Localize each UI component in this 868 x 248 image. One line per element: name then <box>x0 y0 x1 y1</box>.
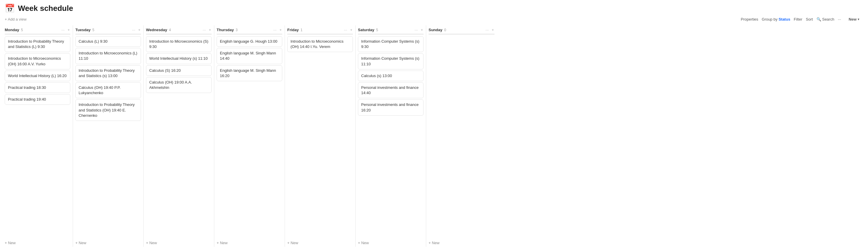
properties-button[interactable]: Properties <box>741 17 758 22</box>
card-thursday-0[interactable]: English language G. Hough 13:00 <box>217 36 282 47</box>
col-title-saturday: Saturday <box>358 28 374 32</box>
col-more-button-sunday[interactable]: ··· <box>485 28 490 32</box>
cards-sunday <box>429 36 495 238</box>
card-saturday-2[interactable]: Calculus (s) 13:00 <box>358 71 424 81</box>
group-by-value: Status <box>778 17 790 22</box>
col-title-monday: Monday <box>5 28 19 32</box>
add-new-button-wednesday[interactable]: + New <box>146 239 212 247</box>
col-add-button-saturday[interactable]: + <box>420 28 424 32</box>
column-saturday: Saturday5···+Information Computer System… <box>355 25 426 247</box>
col-add-button-sunday[interactable]: + <box>491 28 495 32</box>
card-wednesday-1[interactable]: World Intellectual History (s) 11:10 <box>146 53 212 64</box>
card-tuesday-2[interactable]: Introduction to Probability Theory and S… <box>75 65 141 81</box>
sort-button[interactable]: Sort <box>806 17 813 22</box>
col-add-button-thursday[interactable]: + <box>279 28 282 32</box>
add-new-button-thursday[interactable]: + New <box>217 239 282 247</box>
column-sunday: Sunday0···++ New <box>426 25 497 247</box>
col-actions-wednesday: ···+ <box>202 28 212 32</box>
cards-saturday: Information Computer Systems (s) 9:30Inf… <box>358 36 424 238</box>
column-friday: Friday1···+Introduction to Microeconomic… <box>285 25 355 247</box>
col-more-button-thursday[interactable]: ··· <box>273 28 277 32</box>
col-count-tuesday: 5 <box>92 28 94 32</box>
column-thursday: Thursday3···+English language G. Hough 1… <box>214 25 285 247</box>
search-label: Search <box>822 17 834 22</box>
add-new-button-tuesday[interactable]: + New <box>75 239 141 247</box>
col-header-saturday: Saturday5···+ <box>358 25 424 34</box>
card-friday-0[interactable]: Introduction to Microeconomics (OH) 14:4… <box>287 36 353 52</box>
col-title-thursday: Thursday <box>217 28 234 32</box>
col-more-button-wednesday[interactable]: ··· <box>202 28 207 32</box>
page-title: Week schedule <box>18 4 73 13</box>
card-monday-4[interactable]: Practical trading 19:40 <box>5 94 70 105</box>
card-monday-3[interactable]: Practical trading 18:30 <box>5 82 70 93</box>
app-header: 📅 Week schedule <box>0 0 868 14</box>
card-monday-2[interactable]: World Intellectual History (L) 16:20 <box>5 71 70 81</box>
col-count-monday: 5 <box>21 28 23 32</box>
col-actions-monday: ···+ <box>61 28 70 32</box>
column-wednesday: Wednesday4···+Introduction to Microecono… <box>144 25 214 247</box>
card-wednesday-0[interactable]: Introduction to Microeconomics (S) 9:30 <box>146 36 212 52</box>
toolbar: + Add a view Properties Group by Status … <box>0 14 868 25</box>
card-thursday-1[interactable]: English language M. Singh Mann 14:40 <box>217 48 282 64</box>
col-actions-sunday: ···+ <box>485 28 495 32</box>
col-title-sunday: Sunday <box>429 28 442 32</box>
filter-button[interactable]: Filter <box>794 17 802 22</box>
col-add-button-wednesday[interactable]: + <box>208 28 212 32</box>
col-add-button-monday[interactable]: + <box>67 28 70 32</box>
toolbar-right: Properties Group by Status Filter Sort 🔍… <box>741 16 863 23</box>
cards-tuesday: Calculus (L) 9:30Introduction to Microec… <box>75 36 141 238</box>
col-add-button-friday[interactable]: + <box>349 28 353 32</box>
col-header-monday: Monday5···+ <box>5 25 70 34</box>
add-new-button-monday[interactable]: + New <box>5 239 70 247</box>
card-thursday-2[interactable]: English language M. Singh Mann 16:20 <box>217 65 282 81</box>
cards-monday: Introduction to Probability Theory and S… <box>5 36 70 238</box>
col-more-button-friday[interactable]: ··· <box>343 28 348 32</box>
calendar-icon: 📅 <box>5 3 15 13</box>
card-saturday-3[interactable]: Personal investments and finance 14:40 <box>358 82 424 98</box>
board: Monday5···+Introduction to Probability T… <box>0 25 868 247</box>
card-tuesday-0[interactable]: Calculus (L) 9:30 <box>75 36 141 47</box>
col-add-button-tuesday[interactable]: + <box>137 28 141 32</box>
cards-wednesday: Introduction to Microeconomics (S) 9:30W… <box>146 36 212 238</box>
col-title-wednesday: Wednesday <box>146 28 167 32</box>
col-actions-tuesday: ···+ <box>131 28 141 32</box>
col-header-sunday: Sunday0···+ <box>429 25 495 34</box>
col-actions-saturday: ···+ <box>414 28 424 32</box>
new-button-label: New <box>848 17 857 22</box>
col-header-friday: Friday1···+ <box>287 25 353 34</box>
col-title-friday: Friday <box>287 28 299 32</box>
col-more-button-tuesday[interactable]: ··· <box>131 28 136 32</box>
column-monday: Monday5···+Introduction to Probability T… <box>2 25 73 247</box>
col-count-wednesday: 4 <box>169 28 171 32</box>
col-actions-thursday: ···+ <box>273 28 282 32</box>
card-monday-1[interactable]: Introduction to Microeconomics (OH) 16:0… <box>5 53 70 69</box>
group-by-label: Group by Status <box>762 17 790 22</box>
search-button[interactable]: 🔍 Search <box>816 17 834 22</box>
col-count-thursday: 3 <box>236 28 238 32</box>
add-new-button-friday[interactable]: + New <box>287 239 353 247</box>
add-new-button-sunday[interactable]: + New <box>429 239 495 247</box>
card-saturday-4[interactable]: Personal investments and finance 16:20 <box>358 99 424 115</box>
card-wednesday-2[interactable]: Calculus (S) 16:20 <box>146 65 212 76</box>
more-options-button[interactable]: ··· <box>838 17 841 22</box>
add-view-button[interactable]: + Add a view <box>5 17 27 22</box>
card-tuesday-3[interactable]: Calculus (OH) 19:40 P.P. Lukyanchenko <box>75 82 141 98</box>
new-chevron-icon: ▾ <box>858 18 859 21</box>
col-header-thursday: Thursday3···+ <box>217 25 282 34</box>
card-monday-0[interactable]: Introduction to Probability Theory and S… <box>5 36 70 52</box>
card-wednesday-3[interactable]: Calculus (OH) 19:00 A.A. Akhmetshin <box>146 77 212 93</box>
col-actions-friday: ···+ <box>343 28 353 32</box>
col-count-saturday: 5 <box>376 28 378 32</box>
new-button[interactable]: New ▾ <box>844 16 863 23</box>
card-tuesday-4[interactable]: Introduction to Probability Theory and S… <box>75 99 141 121</box>
card-saturday-0[interactable]: Information Computer Systems (s) 9:30 <box>358 36 424 52</box>
group-by-text: Group by <box>762 17 777 22</box>
col-title-tuesday: Tuesday <box>75 28 91 32</box>
card-saturday-1[interactable]: Information Computer Systems (s) 11:10 <box>358 53 424 69</box>
cards-thursday: English language G. Hough 13:00English l… <box>217 36 282 238</box>
add-new-button-saturday[interactable]: + New <box>358 239 424 247</box>
card-tuesday-1[interactable]: Introduction to Microeconomics (L) 11:10 <box>75 48 141 64</box>
col-more-button-saturday[interactable]: ··· <box>414 28 418 32</box>
col-more-button-monday[interactable]: ··· <box>61 28 65 32</box>
col-count-sunday: 0 <box>444 28 446 32</box>
